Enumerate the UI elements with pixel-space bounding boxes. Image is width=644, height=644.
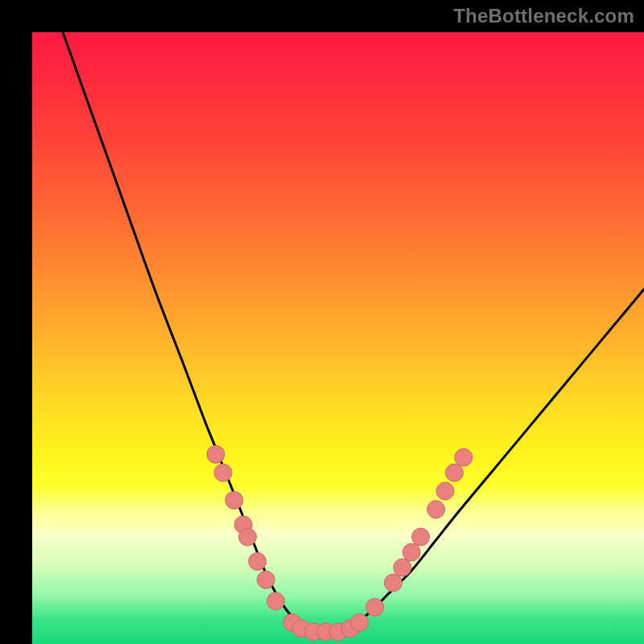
data-marker <box>445 464 463 481</box>
data-marker <box>384 574 402 592</box>
data-marker <box>455 448 473 466</box>
data-marker <box>239 528 257 546</box>
data-marker <box>436 482 454 500</box>
data-marker <box>427 501 445 518</box>
data-marker <box>225 491 243 509</box>
data-marker <box>249 552 266 570</box>
bottleneck-curve <box>63 32 644 632</box>
curve-svg <box>32 32 644 644</box>
chart-container: TheBottleneck.com <box>0 0 644 644</box>
data-marker <box>351 613 369 631</box>
data-marker <box>412 528 430 546</box>
data-marker <box>366 598 384 616</box>
data-marker <box>394 559 411 576</box>
plot-area <box>32 32 644 644</box>
data-marker <box>267 592 285 610</box>
watermark-text: TheBottleneck.com <box>453 5 634 27</box>
data-marker <box>207 445 225 463</box>
data-marker <box>402 543 420 561</box>
data-marker <box>214 464 232 481</box>
data-marker <box>257 571 275 588</box>
